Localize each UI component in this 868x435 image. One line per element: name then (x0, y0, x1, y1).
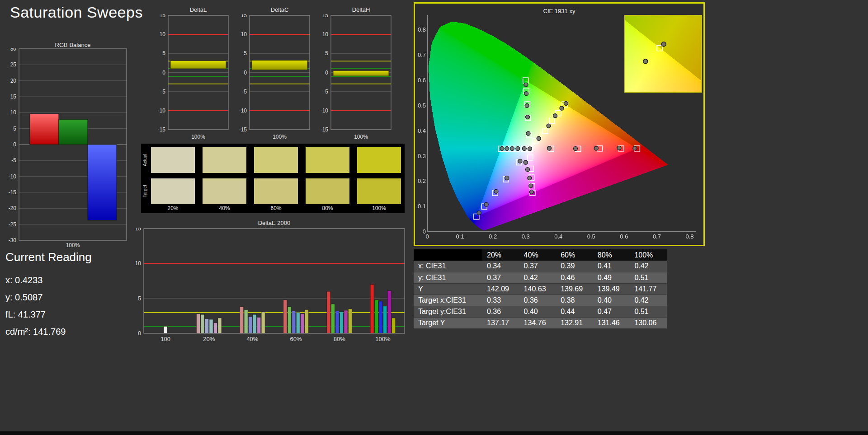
deltae-bar (164, 327, 167, 333)
deltae-bar (292, 311, 296, 333)
table-cell: 0.36 (482, 306, 519, 317)
target-marker (542, 128, 548, 134)
table-cell: 0.42 (519, 272, 557, 283)
y-tick-label: -15 (321, 126, 329, 132)
measured-marker (661, 42, 666, 47)
table-row-label: x: CIE31 (414, 261, 482, 272)
swatch-actual-100% (357, 147, 401, 173)
y-tick-label: 10 (322, 31, 329, 37)
measured-marker (525, 103, 529, 108)
cie-y-tick: 0.5 (415, 102, 426, 109)
table-row-label: Target x:CIE31 (414, 295, 482, 306)
target-marker (657, 46, 662, 51)
table-cell: 0.44 (556, 306, 593, 317)
y-tick-label: 15 (10, 94, 17, 100)
y-tick-label: 5 (162, 50, 165, 56)
deltae-bar (261, 312, 265, 333)
table-cell: 0.47 (593, 306, 630, 317)
table-cell: 139.49 (593, 283, 630, 295)
deltae-bar (201, 314, 204, 333)
deltae-bar (205, 319, 209, 333)
rgb-bar-green (59, 119, 88, 145)
deltae-bar (344, 310, 348, 333)
table-cell: 0.42 (630, 261, 667, 272)
y-tick-label: 10 (135, 260, 142, 267)
table-row: Target x:CIE310.330.360.380.400.42 (414, 295, 667, 306)
deltae-bar (249, 317, 252, 333)
y-tick-label: 20 (10, 78, 17, 84)
deltae-bar (253, 314, 256, 333)
y-tick-label: 15 (241, 14, 247, 19)
swatch-row-label: Target (142, 178, 149, 204)
deltae-bar (209, 319, 213, 333)
measured-marker (528, 176, 532, 180)
cie-y-tick: 0.3 (415, 153, 426, 159)
deltae-bar (301, 314, 304, 333)
measured-marker (526, 115, 530, 119)
table-cell: 141.77 (630, 283, 667, 295)
delta_h-svg: -15-10-5051015 (316, 14, 398, 132)
measured-marker (477, 211, 481, 215)
table-col-header: 40% (519, 249, 557, 261)
rgb-bar-blue (88, 145, 117, 220)
y-tick-label: 5 (325, 50, 328, 56)
deltae-bar (370, 285, 374, 333)
table-cell: 130.06 (630, 317, 667, 328)
rgb-bar-red (30, 114, 59, 145)
delta-e-chart: DeltaE 2000 05101510020%40%60%80%100% (127, 219, 411, 345)
measurement-table: 20%40%60%80%100%x: CIE310.340.370.390.41… (414, 249, 667, 329)
plot-border (144, 229, 405, 333)
cie-x-tick: 0.4 (550, 233, 566, 240)
table-col-header: 60% (556, 249, 593, 261)
delta-c-chart: DeltaC -15-10-5051015 100% (235, 5, 316, 142)
y-tick-label: 30 (10, 48, 17, 52)
deltae-bar (387, 291, 391, 333)
bottom-edge-bar (0, 431, 868, 435)
measured-marker (560, 106, 564, 110)
y-tick-label: -10 (321, 108, 329, 114)
swatch-target-20% (151, 178, 195, 204)
table-row-label: y: CIE31 (414, 272, 482, 283)
delta-h-plot: -15-10-5051015 (316, 14, 398, 134)
measured-marker (522, 146, 526, 150)
table-cell: 134.76 (519, 317, 557, 328)
calibration-dashboard: Saturation Sweeps RGB Balance -30-25-20-… (0, 0, 868, 435)
measured-marker (537, 136, 541, 140)
swatch-target-100% (357, 178, 401, 204)
cie-y-tick: 0.1 (415, 203, 426, 210)
swatch-col-label: 20% (151, 205, 195, 211)
table-row: Target y:CIE310.360.400.440.470.51 (414, 306, 667, 317)
delta-c-plot: -15-10-5051015 (235, 14, 316, 134)
deltae-bar (379, 301, 382, 333)
table-col-header: 100% (630, 249, 667, 261)
swatch-target-40% (203, 178, 246, 204)
swatch-col-label: 80% (306, 205, 349, 211)
table-cell: 0.46 (556, 272, 593, 283)
deltae-bar (240, 307, 244, 333)
target-marker (528, 155, 533, 160)
swatch-col-label: 40% (203, 205, 246, 211)
target-marker (523, 78, 528, 83)
deltae-bar (392, 318, 396, 333)
measured-marker (529, 190, 533, 194)
delta-c-title: DeltaC (250, 6, 310, 13)
table-row-label: Target Y (414, 317, 482, 328)
page-title: Saturation Sweeps (10, 4, 143, 21)
table-cell: 140.63 (519, 283, 557, 295)
current-reading-x: x: 0.4233 (5, 271, 92, 289)
cie-inset-overlay (625, 16, 701, 92)
table-cell: 131.46 (593, 317, 630, 328)
y-tick-label: -15 (9, 189, 17, 196)
table-cell: 0.38 (556, 295, 593, 306)
cie-x-tick: 0.1 (452, 233, 468, 240)
measured-marker (573, 146, 577, 150)
table-cell: 0.49 (593, 272, 630, 283)
measured-marker (529, 184, 533, 188)
deltae-bar (383, 306, 387, 333)
table-corner (414, 249, 482, 261)
swatch-target-80% (306, 178, 349, 204)
deltae-bar (375, 300, 378, 333)
table-cell: 142.09 (482, 283, 519, 295)
y-tick-label: -10 (239, 108, 247, 114)
measured-marker (500, 146, 504, 150)
